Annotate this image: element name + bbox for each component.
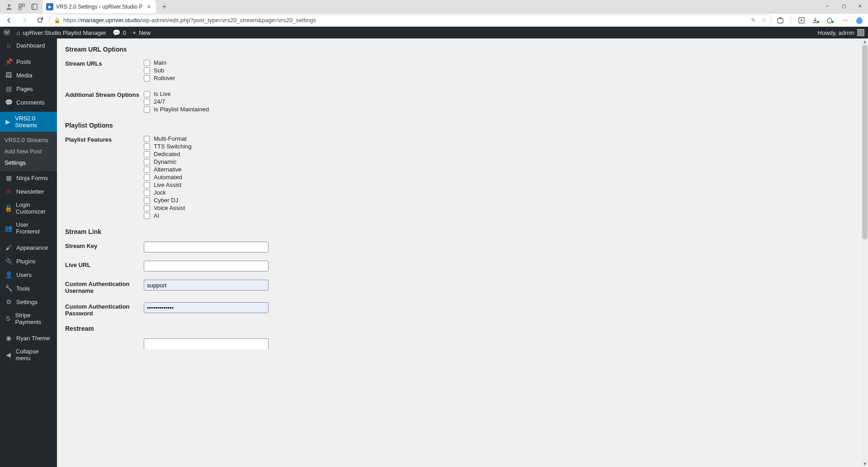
copilot-icon[interactable] — [854, 14, 865, 26]
checkbox[interactable] — [144, 106, 150, 113]
checkbox-row[interactable]: TTS Switching — [144, 143, 860, 150]
checkbox-row[interactable]: Is Playlist Maintained — [144, 106, 860, 113]
sidebar-icon: ⚙ — [5, 298, 13, 305]
scroll-up-icon[interactable]: ▲ — [862, 38, 868, 45]
scrollbar[interactable]: ▲ ▼ — [862, 38, 868, 467]
scroll-down-icon[interactable]: ▼ — [862, 461, 868, 467]
checkbox-row[interactable]: Jock — [144, 189, 860, 196]
checkbox[interactable] — [144, 143, 150, 150]
checkbox-label: 24/7 — [154, 98, 165, 105]
sidebar-item[interactable]: 🔌Plugins — [0, 254, 57, 268]
checkbox-row[interactable]: Alternative — [144, 166, 860, 173]
checkbox[interactable] — [144, 136, 150, 142]
close-tab-icon[interactable]: × — [145, 3, 152, 10]
checkbox-row[interactable]: Main — [144, 59, 860, 66]
checkbox-row[interactable]: Dedicated — [144, 151, 860, 157]
minimize-button[interactable]: ─ — [819, 0, 835, 12]
extensions-icon[interactable] — [774, 14, 786, 26]
checkbox-row[interactable]: Sub — [144, 67, 860, 74]
refresh-button[interactable] — [33, 14, 46, 27]
checkbox[interactable] — [144, 91, 150, 97]
address-bar[interactable]: 🔒 https://manager.upriver.studio/wp-admi… — [49, 14, 772, 26]
sidebar-item[interactable]: 🔧Tools — [0, 281, 57, 295]
checkbox-row[interactable]: Rollover — [144, 75, 860, 81]
favorites-icon[interactable] — [825, 14, 836, 26]
svg-rect-6 — [778, 19, 783, 23]
tab-overview-icon[interactable] — [28, 0, 41, 13]
sidebar-item[interactable]: 🔒Login Customizer — [0, 198, 57, 218]
reader-icon[interactable]: ✎ — [751, 17, 756, 24]
checkbox[interactable] — [144, 205, 150, 211]
custom-user-input[interactable] — [144, 280, 269, 291]
checkbox[interactable] — [144, 60, 150, 66]
maximize-button[interactable]: ▢ — [835, 0, 852, 12]
sidebar-subitem[interactable]: VRS2.0 Streams — [0, 134, 57, 146]
sidebar-icon: ▤ — [5, 85, 13, 92]
sidebar-item[interactable]: ▶VRS2.0 Streams — [0, 112, 57, 132]
checkbox[interactable] — [144, 151, 150, 157]
checkbox[interactable] — [144, 99, 150, 105]
checkbox[interactable] — [144, 174, 150, 181]
checkbox[interactable] — [144, 182, 150, 188]
downloads-icon[interactable] — [810, 14, 822, 26]
favicon-icon: ▶ — [46, 3, 53, 10]
checkbox[interactable] — [144, 213, 150, 219]
sidebar-item[interactable]: ⚙Settings — [0, 295, 57, 309]
wp-admin-bar: ⓦ ⌂upRiver.Studio Playlist Manager 💬0 +N… — [0, 27, 868, 38]
new-tab-button[interactable]: + — [158, 0, 170, 13]
comments-link[interactable]: 💬0 — [113, 27, 126, 38]
sidebar-item[interactable]: 🖼Media — [0, 68, 57, 82]
sidebar-icon: 📌 — [5, 58, 13, 65]
checkbox[interactable] — [144, 75, 150, 81]
checkbox-row[interactable]: Dynamic — [144, 158, 860, 165]
profile-icon[interactable] — [3, 0, 15, 13]
checkbox[interactable] — [144, 67, 150, 74]
sidebar-item[interactable]: 👤Users — [0, 268, 57, 281]
workspaces-icon[interactable] — [15, 0, 28, 13]
checkbox-row[interactable]: Is Live — [144, 91, 860, 97]
checkbox-label: Voice Assist — [154, 205, 185, 211]
checkbox-row[interactable]: Live Assist — [144, 181, 860, 188]
checkbox-row[interactable]: Cyber DJ — [144, 197, 860, 204]
checkbox[interactable] — [144, 159, 150, 165]
sidebar-label: Tools — [16, 285, 30, 292]
scroll-thumb[interactable] — [862, 45, 868, 239]
label-stream-key: Stream Key — [65, 242, 144, 253]
checkbox-row[interactable]: Multi-Format — [144, 135, 860, 142]
sidebar-subitem[interactable]: Settings — [0, 157, 57, 168]
sidebar-item[interactable]: ▤Pages — [0, 82, 57, 95]
label-restream-empty — [65, 338, 144, 349]
sidebar-item[interactable]: 👥User Frontend — [0, 218, 57, 238]
back-button[interactable] — [3, 14, 15, 27]
sidebar-item[interactable]: ⌂Dashboard — [0, 38, 57, 52]
sidebar-item[interactable]: 📌Posts — [0, 55, 57, 68]
checkbox[interactable] — [144, 197, 150, 204]
checkbox[interactable] — [144, 190, 150, 196]
sidebar-item[interactable]: ▦Ninja Forms — [0, 171, 57, 185]
new-link[interactable]: +New — [132, 27, 151, 38]
sidebar-item[interactable]: SStripe Payments — [0, 309, 57, 329]
wp-logo[interactable]: ⓦ — [4, 27, 10, 38]
checkbox-row[interactable]: AI — [144, 212, 860, 219]
custom-pass-input[interactable] — [144, 302, 269, 313]
stream-key-input[interactable] — [144, 242, 269, 253]
more-icon[interactable]: ⋯ — [839, 14, 851, 26]
sidebar-item[interactable]: 🖌Appearance — [0, 241, 57, 254]
favorite-icon[interactable]: ☆ — [761, 17, 767, 24]
sidebar-item[interactable]: ◀Collapse menu — [0, 345, 57, 365]
checkbox-row[interactable]: Voice Assist — [144, 205, 860, 211]
close-window-button[interactable]: ✕ — [852, 0, 868, 12]
sidebar-item[interactable]: ◉Ryan Theme — [0, 331, 57, 345]
browser-tab[interactable]: ▶ VRS 2.0 Settings ‹ upRiver.Studio P × — [42, 0, 156, 13]
sidebar-item[interactable]: 💬Comments — [0, 95, 57, 109]
restream-input[interactable] — [144, 338, 269, 349]
checkbox-row[interactable]: Automated — [144, 174, 860, 181]
checkbox[interactable] — [144, 167, 150, 173]
live-url-input[interactable] — [144, 261, 269, 272]
site-name-link[interactable]: ⌂upRiver.Studio Playlist Manager — [16, 27, 106, 38]
sidebar-item[interactable]: ✉Newsletter — [0, 185, 57, 198]
sidebar-subitem[interactable]: Add New Post — [0, 146, 57, 157]
howdy-user[interactable]: Howdy, admin — [818, 27, 864, 38]
checkbox-row[interactable]: 24/7 — [144, 98, 860, 105]
collections-icon[interactable] — [796, 14, 807, 26]
